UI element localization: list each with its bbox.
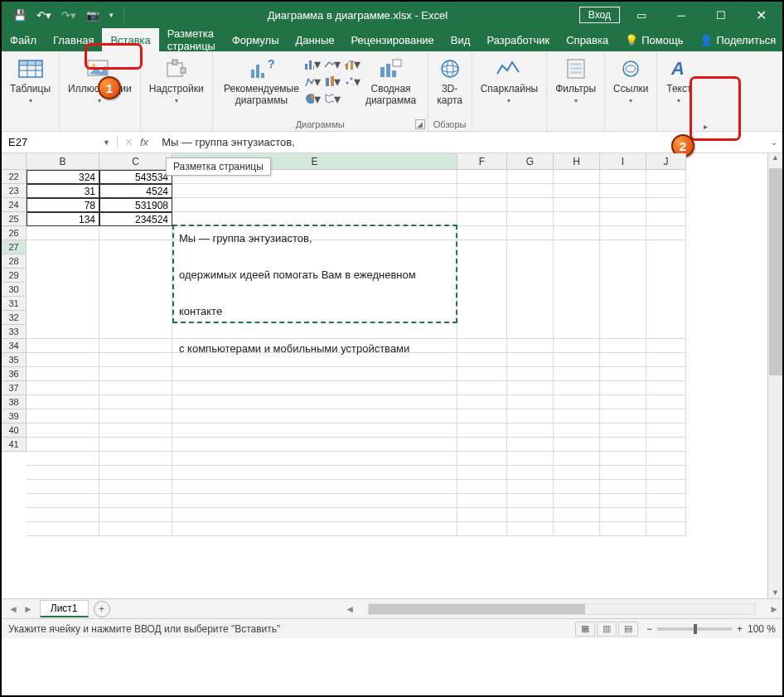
cancel-edit-icon[interactable]: ✕ — [124, 136, 133, 148]
col-header-I[interactable]: I — [600, 153, 646, 170]
normal-view-icon[interactable]: ▦ — [575, 622, 595, 636]
cell[interactable] — [646, 395, 686, 409]
cell[interactable]: 531908 — [99, 198, 172, 212]
cell[interactable] — [507, 170, 554, 184]
cell[interactable] — [554, 198, 600, 212]
line-chart-icon[interactable]: ▾ — [324, 56, 341, 72]
zoom-level[interactable]: 100 % — [748, 623, 776, 635]
sign-in-button[interactable]: Вход — [579, 7, 620, 23]
cell[interactable] — [646, 409, 686, 424]
cell[interactable] — [646, 367, 686, 381]
cell[interactable] — [27, 240, 99, 339]
share-button[interactable]: 👤Поделиться — [691, 28, 784, 51]
cell[interactable] — [457, 452, 507, 466]
cell[interactable] — [554, 424, 600, 438]
expand-formula-bar-icon[interactable]: ⌄ — [766, 138, 782, 147]
row-header-41[interactable]: 41 — [2, 438, 27, 452]
cell[interactable] — [507, 480, 554, 494]
cell[interactable] — [646, 212, 686, 226]
close-icon[interactable]: ✕ — [743, 2, 779, 27]
cell[interactable] — [27, 353, 99, 367]
cell[interactable] — [554, 466, 600, 480]
cell[interactable] — [457, 226, 507, 240]
cell[interactable] — [27, 452, 99, 466]
cell[interactable] — [507, 466, 554, 480]
cell[interactable] — [27, 480, 99, 494]
cell[interactable] — [27, 438, 99, 452]
sheet-nav-next-icon[interactable]: ► — [23, 603, 33, 615]
cell[interactable]: 78 — [27, 198, 99, 212]
cell[interactable] — [646, 466, 686, 480]
combo-chart-icon[interactable]: ▾ — [344, 56, 361, 72]
cell[interactable] — [27, 226, 99, 240]
cell[interactable] — [600, 466, 646, 480]
col-header-H[interactable]: H — [554, 153, 600, 170]
cell[interactable] — [554, 339, 600, 353]
cell[interactable] — [600, 226, 646, 240]
tab-review[interactable]: Рецензирование — [342, 28, 442, 51]
row-header-40[interactable]: 40 — [2, 424, 27, 438]
cell[interactable] — [507, 508, 554, 522]
cell[interactable] — [646, 339, 686, 353]
cell[interactable] — [507, 409, 554, 424]
zoom-in-icon[interactable]: + — [737, 623, 743, 635]
cell[interactable] — [99, 409, 172, 424]
cell[interactable] — [646, 452, 686, 466]
cell[interactable] — [507, 212, 554, 226]
cell[interactable] — [507, 452, 554, 466]
cell[interactable] — [27, 367, 99, 381]
cell[interactable] — [27, 494, 99, 508]
row-header-31[interactable]: 31 — [2, 297, 27, 311]
cell[interactable] — [27, 381, 99, 395]
cell[interactable] — [646, 508, 686, 522]
cell[interactable] — [457, 438, 507, 452]
row-header-29[interactable]: 29 — [2, 269, 27, 283]
row-header-36[interactable]: 36 — [2, 367, 27, 381]
cell[interactable] — [457, 339, 507, 353]
cell[interactable] — [646, 438, 686, 452]
horizontal-scrollbar[interactable] — [368, 603, 756, 615]
cell[interactable] — [172, 409, 457, 424]
qat-more-icon[interactable]: ▾ — [109, 11, 114, 19]
cell[interactable] — [600, 438, 646, 452]
bar-chart-icon[interactable]: ▾ — [304, 56, 321, 72]
row-header-34[interactable]: 34 — [2, 339, 27, 353]
col-header-G[interactable]: G — [507, 153, 554, 170]
cell[interactable] — [507, 367, 554, 381]
cell[interactable] — [507, 198, 554, 212]
cell[interactable] — [99, 367, 172, 381]
cell[interactable] — [457, 494, 507, 508]
tab-formulas[interactable]: Формулы — [224, 28, 288, 51]
statistic-chart-icon[interactable]: ▾ — [324, 73, 341, 90]
cell[interactable] — [172, 381, 457, 395]
minimize-icon[interactable]: ─ — [663, 2, 699, 27]
cell[interactable] — [554, 480, 600, 494]
cell[interactable] — [507, 424, 554, 438]
cell[interactable] — [507, 339, 554, 353]
cell[interactable] — [27, 522, 99, 536]
cell[interactable] — [554, 240, 600, 339]
cell[interactable] — [600, 508, 646, 522]
cell[interactable] — [172, 395, 457, 409]
tab-home[interactable]: Главная — [45, 28, 102, 51]
cell[interactable] — [507, 522, 554, 536]
sparklines-button[interactable]: Спарклайны ▾ — [477, 54, 542, 106]
cell[interactable] — [646, 381, 686, 395]
col-header-C[interactable]: C — [99, 153, 172, 170]
cell[interactable] — [457, 381, 507, 395]
cell[interactable] — [554, 395, 600, 409]
cell[interactable] — [27, 339, 99, 353]
sheet-tab[interactable]: Лист1 — [40, 600, 89, 617]
cell[interactable] — [507, 240, 554, 339]
row-header-39[interactable]: 39 — [2, 409, 27, 424]
cell[interactable] — [554, 381, 600, 395]
cell[interactable] — [172, 438, 457, 452]
cell[interactable] — [600, 353, 646, 367]
recommended-charts-button[interactable]: ? Рекомендуемые диаграммы — [220, 54, 302, 109]
cell[interactable] — [600, 339, 646, 353]
cell[interactable] — [554, 438, 600, 452]
cell[interactable] — [554, 522, 600, 536]
cell[interactable]: 4524 — [99, 184, 172, 198]
row-header-26[interactable]: 26 — [2, 226, 27, 240]
cell[interactable] — [457, 508, 507, 522]
